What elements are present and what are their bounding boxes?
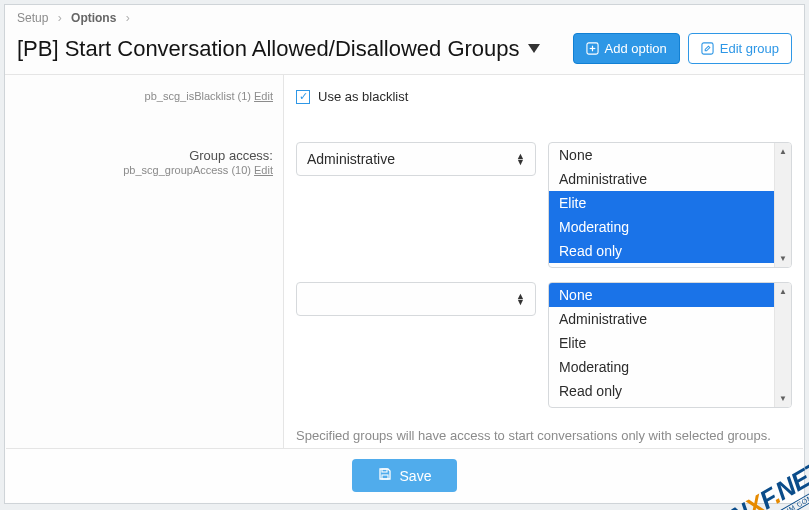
option-group-label: Group access: xyxy=(15,148,273,163)
save-icon xyxy=(378,467,392,484)
scroll-up-icon[interactable]: ▲ xyxy=(775,283,791,300)
multi-option[interactable]: Moderating xyxy=(549,215,774,239)
scrollbar[interactable]: ▲ ▼ xyxy=(774,143,791,267)
option-group-meta: pb_scg_groupAccess (10) Edit xyxy=(15,164,273,176)
add-option-button[interactable]: Add option xyxy=(573,33,680,64)
breadcrumb-options[interactable]: Options xyxy=(71,11,116,25)
edit-group-button[interactable]: Edit group xyxy=(688,33,792,64)
scroll-up-icon[interactable]: ▲ xyxy=(775,143,791,160)
svg-rect-3 xyxy=(702,43,713,54)
scroll-down-icon[interactable]: ▼ xyxy=(775,390,791,407)
group-access-row-2: ▲▼ NoneAdministrativeEliteModeratingRead… xyxy=(296,282,792,408)
multi-option[interactable]: Read only xyxy=(549,379,774,403)
option-blacklist-meta: pb_scg_isBlacklist (1) Edit xyxy=(15,90,273,102)
chevron-right-icon: › xyxy=(126,11,130,25)
edit-square-icon xyxy=(701,42,714,55)
multi-option[interactable]: Administrative xyxy=(549,167,774,191)
svg-rect-4 xyxy=(382,469,387,472)
save-button[interactable]: Save xyxy=(352,459,458,492)
group-select-single-1[interactable]: Administrative ▲▼ xyxy=(296,142,536,176)
chevron-right-icon: › xyxy=(58,11,62,25)
group-multi-select-2[interactable]: NoneAdministrativeEliteModeratingRead on… xyxy=(548,282,792,408)
select-arrows-icon: ▲▼ xyxy=(516,293,525,305)
group-multi-select-1[interactable]: NoneAdministrativeEliteModeratingRead on… xyxy=(548,142,792,268)
edit-link-group[interactable]: Edit xyxy=(254,164,273,176)
group-access-row-1: Administrative ▲▼ NoneAdministrativeElit… xyxy=(296,142,792,268)
blacklist-checkbox-label: Use as blacklist xyxy=(318,89,408,104)
scroll-down-icon[interactable]: ▼ xyxy=(775,250,791,267)
multi-option[interactable]: None xyxy=(549,143,774,167)
select-arrows-icon: ▲▼ xyxy=(516,153,525,165)
breadcrumb: Setup › Options › xyxy=(5,5,804,29)
plus-square-icon xyxy=(586,42,599,55)
scrollbar[interactable]: ▲ ▼ xyxy=(774,283,791,407)
multi-option[interactable]: Read only xyxy=(549,239,774,263)
multi-option[interactable]: None xyxy=(549,283,774,307)
group-select-single-2[interactable]: ▲▼ xyxy=(296,282,536,316)
multi-option[interactable]: Elite xyxy=(549,191,774,215)
multi-option[interactable]: Administrative xyxy=(549,307,774,331)
breadcrumb-setup[interactable]: Setup xyxy=(17,11,48,25)
edit-link-blacklist[interactable]: Edit xyxy=(254,90,273,102)
caret-down-icon xyxy=(528,44,540,53)
multi-option[interactable]: Elite xyxy=(549,331,774,355)
blacklist-checkbox[interactable]: ✓ xyxy=(296,90,310,104)
page-title[interactable]: [PB] Start Conversation Allowed/Disallow… xyxy=(17,36,565,62)
multi-option[interactable]: Moderating xyxy=(549,355,774,379)
